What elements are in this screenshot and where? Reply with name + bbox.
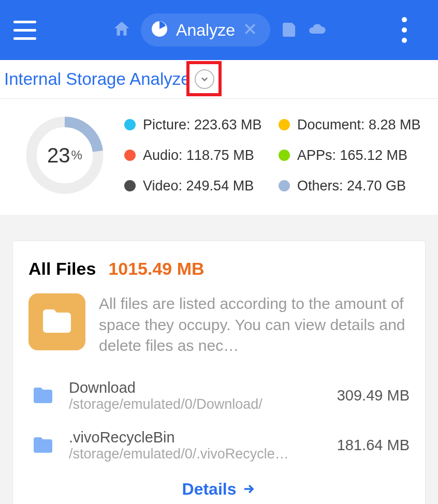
details-button[interactable]: Details	[182, 480, 256, 499]
legend-dot	[279, 119, 290, 130]
home-icon[interactable]	[112, 19, 132, 41]
file-name: .vivoRecycleBin	[69, 429, 326, 446]
hamburger-menu-icon[interactable]	[13, 21, 36, 40]
folder-large-icon	[28, 293, 85, 350]
page-title-row: Internal Storage Analyze	[0, 60, 438, 99]
file-name: Download	[69, 379, 326, 396]
legend-label: Audio: 118.75 MB	[143, 147, 254, 164]
card-header: All Files 1015.49 MB	[28, 259, 410, 279]
legend-audio: Audio: 118.75 MB	[124, 147, 273, 164]
usage-percent-value: 23	[47, 144, 70, 167]
file-size: 309.49 MB	[337, 387, 410, 404]
legend-document: Document: 8.28 MB	[279, 117, 428, 133]
legend-dot	[279, 180, 290, 191]
file-row[interactable]: .vivoRecycleBin /storage/emulated/0/.viv…	[28, 421, 410, 470]
legend-picture: Picture: 223.63 MB	[124, 117, 273, 133]
arrow-right-icon	[241, 482, 256, 496]
legend-dot	[124, 150, 136, 161]
legend-label: APPs: 165.12 MB	[297, 147, 407, 164]
header-tabs: Analyze	[112, 13, 326, 47]
legend-dot	[124, 119, 136, 130]
analyze-tab-chip[interactable]: Analyze	[141, 13, 270, 47]
file-path: /storage/emulated/0/.vivoRecycleBi…	[69, 446, 297, 462]
pie-chart-icon	[150, 20, 169, 40]
legend-label: Document: 8.28 MB	[297, 117, 421, 133]
legend-label: Others: 24.70 GB	[297, 178, 406, 194]
file-path: /storage/emulated/0/Download/	[69, 396, 297, 412]
app-header: Analyze	[0, 0, 438, 60]
analyze-tab-label: Analyze	[176, 21, 235, 40]
storage-stats: 23% Picture: 223.63 MB Document: 8.28 MB…	[0, 99, 438, 215]
card-total-size: 1015.49 MB	[108, 259, 204, 279]
folder-icon	[28, 381, 57, 410]
card-description: All files are listed according to the am…	[99, 293, 410, 357]
legend-others: Others: 24.70 GB	[279, 178, 428, 194]
usage-donut-chart: 23%	[21, 111, 109, 199]
file-row[interactable]: Download /storage/emulated/0/Download/ 3…	[28, 371, 410, 421]
legend-apps: APPs: 165.12 MB	[279, 147, 428, 164]
storage-dropdown-button[interactable]	[195, 69, 214, 89]
sd-card-icon[interactable]	[280, 20, 298, 40]
category-legend: Picture: 223.63 MB Document: 8.28 MB Aud…	[124, 117, 428, 194]
more-options-icon[interactable]	[402, 17, 407, 43]
card-description-row: All files are listed according to the am…	[28, 293, 410, 357]
legend-label: Picture: 223.63 MB	[143, 117, 262, 133]
usage-percent: 23%	[21, 111, 109, 199]
cloud-icon[interactable]	[308, 20, 326, 40]
legend-video: Video: 249.54 MB	[124, 178, 273, 194]
file-info: Download /storage/emulated/0/Download/	[69, 379, 326, 412]
all-files-card: All Files 1015.49 MB All files are liste…	[12, 241, 426, 504]
legend-dot	[279, 150, 290, 161]
legend-dot	[124, 180, 136, 191]
details-row: Details	[28, 470, 410, 499]
card-title: All Files	[28, 259, 96, 279]
details-label: Details	[182, 480, 237, 499]
close-icon[interactable]	[242, 21, 258, 39]
content-area: All Files 1015.49 MB All files are liste…	[0, 215, 438, 504]
folder-icon	[28, 431, 57, 460]
percent-suffix: %	[71, 148, 82, 162]
file-info: .vivoRecycleBin /storage/emulated/0/.viv…	[69, 429, 326, 462]
page-title: Internal Storage Analyze	[4, 69, 191, 89]
legend-label: Video: 249.54 MB	[143, 178, 254, 194]
file-size: 181.64 MB	[337, 437, 410, 454]
